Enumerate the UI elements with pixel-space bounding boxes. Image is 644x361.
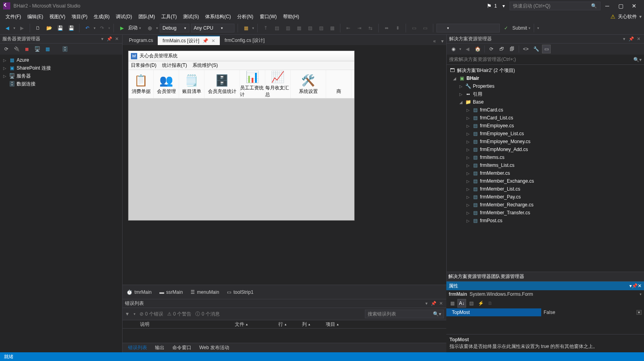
start-debug-button[interactable]: ▶	[117, 23, 127, 33]
tree-item-servers[interactable]: ▷🖥️服务器	[0, 72, 122, 80]
dropdown-icon[interactable]: ▾	[621, 36, 627, 42]
dropdown-icon[interactable]: ▾	[423, 301, 430, 307]
brand-text[interactable]: 天心软件	[618, 13, 637, 20]
file-frmCard-cs[interactable]: ▷▤frmCard.cs	[447, 106, 644, 114]
maximize-button[interactable]: ▢	[614, 1, 627, 11]
pin-icon[interactable]: 📌	[431, 301, 437, 307]
properties-object[interactable]: frmMainSystem.Windows.Forms.Form ▾	[446, 290, 644, 298]
notification-dropdown-icon[interactable]: ▾	[502, 3, 505, 9]
sol-refresh-icon[interactable]: 🗗	[497, 45, 506, 53]
pin-tab-icon[interactable]: 📌	[202, 38, 208, 43]
close-pane-icon[interactable]: ✕	[113, 36, 120, 42]
config-combo[interactable]: Debug▾	[160, 24, 189, 32]
menu-window[interactable]: 窗口(W)	[257, 12, 280, 21]
form-menu-daily[interactable]: 日常操作(D)	[131, 62, 157, 69]
file-frmEmpMoney_Add-cs[interactable]: ▷▤frmEmpMoney_Add.cs	[447, 146, 644, 153]
nav-back-button[interactable]: ◀	[2, 23, 12, 33]
connect-icon[interactable]: 🔌	[13, 45, 21, 53]
col-col[interactable]: 列▴	[298, 321, 322, 328]
form-tool-5[interactable]: 📈每月收支汇总	[265, 70, 291, 98]
save-all-button[interactable]: 💾	[66, 23, 76, 33]
tab-solution-explorer[interactable]: 解决方案资源管理器	[448, 273, 491, 280]
form-designer-surface[interactable]: hf 天心会员管理系统 日常操作(D) 统计报表(T) 系统维护(S) 📋消费单…	[123, 45, 446, 285]
alphabetical-icon[interactable]: A↓	[457, 299, 466, 308]
file-frmMember_Recharge-cs[interactable]: ▷▤frmMember_Recharge.cs	[447, 201, 644, 209]
add-server-icon[interactable]: 🖥️	[33, 45, 41, 53]
sol-preview-icon[interactable]: ▭	[542, 45, 551, 53]
solution-root[interactable]: 🗔解决方案'BHair2' (2 个项目)	[447, 66, 644, 74]
menu-analyze[interactable]: 分析(N)	[234, 12, 257, 21]
file-frmMember_Pay-cs[interactable]: ▷▤frmMember_Pay.cs	[447, 193, 644, 201]
tab-output[interactable]: 输出	[151, 343, 168, 352]
menu-tools[interactable]: 工具(T)	[158, 12, 180, 21]
sol-showall-icon[interactable]: 🗐	[508, 45, 516, 53]
menu-project[interactable]: 项目(P)	[68, 12, 91, 21]
close-pane-icon[interactable]: ✕	[635, 36, 642, 42]
tree-item-sharepoint[interactable]: ▷▣SharePoint 连接	[0, 64, 122, 72]
categorized-icon[interactable]: ▦	[448, 299, 457, 308]
file-frmMember_Exchange-cs[interactable]: ▷▤frmMember_Exchange.cs	[447, 177, 644, 185]
col-file[interactable]: 文件▴	[231, 321, 274, 328]
pin-icon[interactable]: 📌	[106, 36, 113, 42]
tree-item-data[interactable]: 🗄️数据连接	[0, 80, 122, 88]
warnings-filter[interactable]: ⚠0 个警告	[167, 311, 191, 318]
designed-form[interactable]: hf 天心会员管理系统 日常操作(D) 统计报表(T) 系统维护(S) 📋消费单…	[128, 51, 355, 221]
form-tool-3[interactable]: 🗄️会员充值统计	[204, 70, 240, 98]
tree-item-azure[interactable]: ▷▦Azure	[0, 56, 122, 64]
file-frmEmployee-cs[interactable]: ▷▤frmEmployee.cs	[447, 122, 644, 130]
file-frmMember_List-cs[interactable]: ▷▤frmMember_List.cs	[447, 185, 644, 193]
home-icon[interactable]: ◉	[449, 45, 458, 53]
redo-button[interactable]: ↷	[97, 23, 107, 33]
file-frmMember-cs[interactable]: ▷▤frmMember.cs	[447, 169, 644, 177]
menu-edit[interactable]: 编辑(E)	[24, 12, 46, 21]
brand-dropdown-icon[interactable]: ▾	[639, 14, 642, 19]
file-frmEmployee_List-cs[interactable]: ▷▤frmEmployee_List.cs	[447, 130, 644, 138]
menu-debug[interactable]: 调试(D)	[113, 12, 135, 21]
undo-button[interactable]: ↶	[83, 23, 92, 33]
menu-file[interactable]: 文件(F)	[2, 12, 24, 21]
form-tool-4[interactable]: 📊员工工资统计	[240, 70, 265, 98]
property-row-topmost[interactable]: TopMost False▾	[446, 308, 644, 316]
property-value[interactable]: False▾	[541, 308, 644, 316]
close-pane-icon[interactable]: ✕	[638, 283, 642, 289]
file-frmCard_List-cs[interactable]: ▷▤frmCard_List.cs	[447, 114, 644, 122]
menu-help[interactable]: 帮助(H)	[280, 12, 302, 21]
form-tool-0[interactable]: 📋消费单据	[128, 70, 154, 98]
file-frmItems-cs[interactable]: ▷▤frmItems.cs	[447, 153, 644, 161]
props-page-icon[interactable]: ▤	[467, 299, 476, 308]
platform-combo[interactable]: Any CPU▾	[191, 24, 234, 32]
col-desc[interactable]: 说明	[136, 321, 231, 328]
node-properties[interactable]: ▷🔧Properties	[447, 82, 644, 90]
empty-combo[interactable]: ▾	[436, 24, 500, 32]
open-button[interactable]: 📂	[44, 23, 54, 33]
menu-view[interactable]: 视图(V)	[46, 12, 68, 21]
tab-cmd[interactable]: 命令窗口	[168, 343, 195, 352]
submit-label[interactable]: Submit	[512, 25, 527, 31]
file-frmEmployee_Money-cs[interactable]: ▷▤frmEmployee_Money.cs	[447, 138, 644, 146]
tab-scroll-left-icon[interactable]: «	[431, 37, 438, 45]
component-ssrmain[interactable]: ▬ssrMain	[159, 289, 183, 295]
tab-frmmain[interactable]: frmMain.cs [设计]📌✕	[158, 36, 220, 45]
sol-back-icon[interactable]: ◀	[463, 45, 472, 53]
sol-home-icon[interactable]: 🏠	[473, 45, 482, 53]
form-menu-report[interactable]: 统计报表(T)	[162, 62, 187, 69]
file-frmItems_List-cs[interactable]: ▷▤frmItems_List.cs	[447, 161, 644, 169]
form-tool-6[interactable]: 🛠️系统设置	[291, 70, 326, 98]
form-tool-2[interactable]: 🗒️账目清单	[179, 70, 204, 98]
filter-icon[interactable]: ▼	[125, 311, 130, 317]
nav-fwd-button[interactable]: ▶	[17, 23, 26, 33]
save-button[interactable]: 💾	[55, 23, 65, 33]
solution-search-input[interactable]: 搜索解决方案资源管理器(Ctrl+;) 🔍▾	[447, 55, 644, 65]
quick-launch-input[interactable]: 快速启动 (Ctrl+Q) 🔍	[510, 2, 601, 10]
menu-build[interactable]: 生成(B)	[91, 12, 113, 21]
file-frmPost-cs[interactable]: ▷▤frmPost.cs	[447, 217, 644, 225]
form-menustrip[interactable]: 日常操作(D) 统计报表(T) 系统维护(S)	[128, 61, 354, 70]
form-menu-sys[interactable]: 系统维护(S)	[193, 62, 218, 69]
form-toolstrip[interactable]: 📋消费单据👥会员管理🗒️账目清单🗄️会员充值统计📊员工工资统计📈每月收支汇总🛠️…	[128, 70, 354, 98]
tab-dropdown-icon[interactable]: ▾	[438, 37, 446, 45]
messages-filter[interactable]: ⓘ0 个消息	[195, 311, 220, 318]
tab-team-explorer[interactable]: 团队资源管理器	[491, 273, 524, 280]
sol-prop-icon[interactable]: 🔧	[532, 45, 540, 53]
close-tab-icon[interactable]: ✕	[212, 38, 215, 43]
tab-program[interactable]: Program.cs	[124, 36, 158, 45]
